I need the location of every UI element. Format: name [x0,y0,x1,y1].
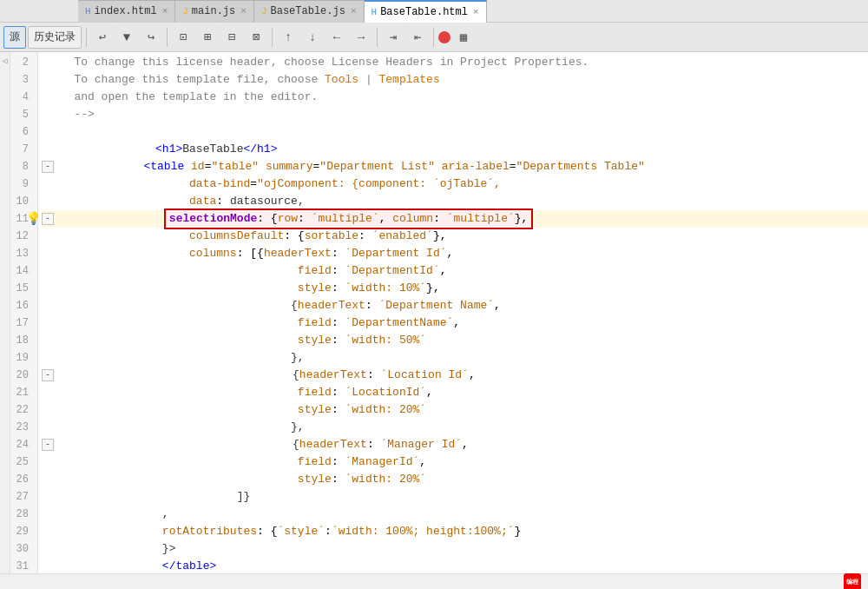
code-text-5: --> [54,106,95,123]
tab-close-basetablejs[interactable]: × [351,6,357,17]
code-lines: To change this license header, choose Li… [38,52,868,573]
ln-24: 24 [10,436,32,453]
logo-badge: 编程 [844,573,861,590]
tab-main-js[interactable]: J main.js × [175,0,254,23]
ln-18: 18 [10,332,32,349]
bulb-icon: 💡 [26,210,41,228]
ln-17: 17 [10,314,32,332]
tab-icon-js2: J [261,6,267,17]
extra-button[interactable]: ▦ [452,26,475,49]
collapse-top[interactable]: ◁ [2,56,7,66]
editor-container: H index.html × J main.js × J BaseTable.j… [0,0,868,589]
tab-close-basetablehtml[interactable]: × [473,7,479,17]
tab-label-basetablehtml: BaseTable.html [380,6,468,18]
fold-toggle-11[interactable]: - [42,213,54,225]
stop-icon [438,31,450,43]
nav-left-button[interactable]: ← [326,26,348,49]
fold-toggle-24[interactable]: - [42,439,54,451]
expand-button[interactable]: ⇥ [382,26,404,49]
tab-close-index[interactable]: × [162,6,168,17]
format-button-3[interactable]: ⊟ [220,26,243,49]
format-button-4[interactable]: ⊠ [245,26,267,49]
tab-basetable-html[interactable]: H BaseTable.html × [365,0,487,23]
tab-label-main: main.js [192,5,235,17]
tab-label-index: index.html [95,5,157,17]
ln-16: 16 [10,297,32,314]
nav-down-button[interactable]: ↓ [301,26,324,49]
tab-basetable-js[interactable]: J BaseTable.js × [254,0,365,23]
nav-up-button[interactable]: ↑ [277,26,299,49]
redo-button[interactable]: ↪ [140,26,162,49]
tab-icon-js1: J [182,6,188,17]
fold-toggle-20[interactable]: - [42,369,54,381]
code-text-4: and open the template in the editor. [54,89,318,106]
left-panel: ◁ [0,52,10,573]
ln-10: 10 [10,193,32,210]
undo-button[interactable]: ↩ [91,26,114,49]
bottom-panel: 编程 [0,573,868,589]
code-line-5: --> [42,106,868,123]
ln-2: 2 [10,54,32,71]
code-text-2: To change this license header, choose Li… [54,54,589,71]
ln-31: 31 [10,558,32,573]
tab-icon-html: H [85,6,91,17]
code-line-2: To change this license header, choose Li… [42,54,868,71]
ln-13: 13 [10,245,32,262]
code-text-3: To change this template file, choose Too… [54,71,440,89]
ln-14: 14 [10,262,32,280]
toolbar-sep-5 [433,28,434,47]
undo-dropdown[interactable]: ▼ [115,26,138,49]
ln-4: 4 [10,89,32,106]
tab-icon-html2: H [372,7,378,17]
ln-23: 23 [10,419,32,436]
code-line-3: To change this template file, choose Too… [42,71,868,89]
tab-close-main[interactable]: × [240,6,247,17]
ln-26: 26 [10,471,32,488]
ln-12: 12 [10,228,32,245]
ln-27: 27 [10,488,32,506]
ln-29: 29 [10,523,32,540]
ln-6: 6 [10,123,32,141]
ln-28: 28 [10,506,32,523]
toolbar-sep-1 [86,28,87,47]
source-button[interactable]: 源 [3,26,26,49]
fold-toggle-8[interactable]: - [42,161,54,173]
ln-3: 3 [10,71,32,89]
ln-21: 21 [10,384,32,401]
format-button-1[interactable]: ⊡ [172,26,194,49]
ln-7: 7 [10,141,32,158]
code-area: ◁ 2 3 4 5 6 7 8 9 10 11 12 13 14 15 16 1… [0,52,868,573]
tab-bar: H index.html × J main.js × J BaseTable.j… [0,0,868,23]
code-text-31: </table> [54,540,216,573]
toolbar-sep-4 [377,28,378,47]
ln-22: 22 [10,401,32,419]
ln-20: 20 [10,367,32,384]
nav-right-button[interactable]: → [350,26,372,49]
toolbar-sep-2 [167,28,168,47]
ln-25: 25 [10,453,32,471]
code-line-31: </table> [42,558,868,573]
tab-index-html[interactable]: H index.html × [78,0,175,23]
ln-30: 30 [10,540,32,558]
history-button[interactable]: 历史记录 [28,26,82,49]
code-line-4: and open the template in the editor. [42,89,868,106]
ln-15: 15 [10,280,32,297]
code-content[interactable]: 2 3 4 5 6 7 8 9 10 11 12 13 14 15 16 17 … [10,52,868,573]
collapse-button[interactable]: ⇤ [406,26,429,49]
line-numbers: 2 3 4 5 6 7 8 9 10 11 12 13 14 15 16 17 … [10,52,38,573]
format-button-2[interactable]: ⊞ [196,26,219,49]
toolbar-sep-3 [272,28,273,47]
ln-9: 9 [10,175,32,193]
ln-8: 8 [10,158,32,175]
ln-19: 19 [10,349,32,367]
logo-text-inner: 编程 [846,578,858,586]
tab-label-basetablejs: BaseTable.js [270,5,345,17]
logo-icon: 编程 [844,573,861,590]
ln-5: 5 [10,106,32,123]
toolbar: 源 历史记录 ↩ ▼ ↪ ⊡ ⊞ ⊟ ⊠ ↑ ↓ ← → ⇥ ⇤ ▦ [0,23,868,52]
